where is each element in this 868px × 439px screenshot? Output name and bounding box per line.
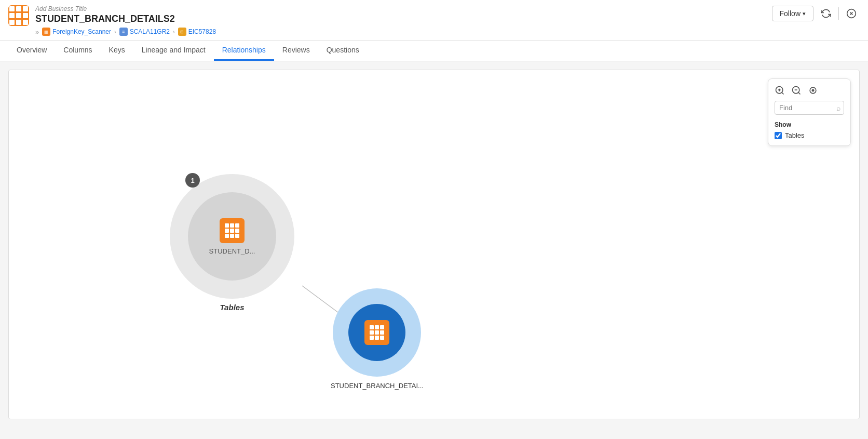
canvas-container[interactable]: 1 STUDENT_D... Tables [8, 70, 860, 419]
show-tables-item: Tables [775, 131, 844, 139]
entity-title: STUDENT_BRANCH_DETAILS2 [35, 14, 216, 24]
find-search-icon: ⌕ [836, 104, 840, 112]
breadcrumb-item-2[interactable]: ⊞ EIC57828 [178, 28, 216, 36]
tab-columns[interactable]: Columns [55, 41, 100, 61]
graph-area: 1 STUDENT_D... Tables [9, 70, 859, 419]
svg-line-9 [798, 92, 801, 95]
add-business-title-label[interactable]: Add Business Title [35, 5, 216, 12]
title-area: Add Business Title STUDENT_BRANCH_DETAIL… [35, 5, 216, 36]
breadcrumb-item-0[interactable]: ▦ ForeignKey_Scanner [42, 28, 111, 36]
cluster-outer[interactable]: 1 STUDENT_D... [170, 174, 294, 299]
cluster-node-label: STUDENT_D... [209, 247, 255, 255]
selected-node-icon [364, 320, 389, 345]
breadcrumb-item-1[interactable]: ≡ SCALA11GR2 [119, 28, 170, 36]
fit-button[interactable] [808, 85, 818, 96]
connector-svg [9, 70, 859, 419]
find-input-wrap: ⌕ [775, 101, 844, 115]
follow-button[interactable]: Follow ▾ [772, 6, 813, 21]
app-icon [8, 5, 29, 26]
tab-questions[interactable]: Questions [318, 41, 368, 61]
tables-checkbox-label: Tables [785, 131, 805, 139]
cluster-inner: STUDENT_D... [188, 192, 276, 281]
tables-label: Tables [220, 303, 245, 312]
selected-node-group: STUDENT_BRANCH_DETAI... [331, 288, 424, 390]
tab-keys[interactable]: Keys [101, 41, 133, 61]
breadcrumb-icon-2: ⊞ [178, 28, 186, 36]
refresh-button[interactable] [818, 5, 834, 22]
tab-relationships[interactable]: Relationships [214, 41, 274, 61]
main-content: 1 STUDENT_D... Tables [0, 61, 868, 428]
find-input[interactable] [775, 101, 844, 115]
cluster-node-group: 1 STUDENT_D... Tables [170, 174, 294, 312]
selected-node-label: STUDENT_BRANCH_DETAI... [331, 382, 424, 390]
blue-outer[interactable] [333, 288, 421, 377]
header-right: Follow ▾ [772, 5, 860, 22]
tab-overview[interactable]: Overview [8, 41, 55, 61]
zoom-controls [775, 85, 844, 96]
cluster-node-icon [220, 218, 245, 243]
breadcrumb-icon-0: ▦ [42, 28, 50, 36]
cluster-badge: 1 [185, 173, 200, 188]
svg-line-5 [782, 92, 784, 95]
tab-lineage[interactable]: Lineage and Impact [133, 41, 214, 61]
svg-point-12 [812, 89, 813, 91]
close-button[interactable] [843, 5, 860, 22]
zoom-in-button[interactable] [775, 85, 785, 96]
zoom-out-button[interactable] [791, 85, 802, 96]
tables-checkbox[interactable] [775, 132, 782, 139]
header: Add Business Title STUDENT_BRANCH_DETAIL… [0, 0, 868, 41]
nav-tabs: Overview Columns Keys Lineage and Impact… [0, 41, 868, 61]
show-label: Show [775, 121, 844, 128]
header-divider [838, 7, 839, 20]
control-panel: ⌕ Show Tables [768, 78, 851, 146]
tab-reviews[interactable]: Reviews [274, 41, 318, 61]
breadcrumb: » ▦ ForeignKey_Scanner › ≡ SCALA11GR2 › … [35, 28, 216, 36]
breadcrumb-icon-1: ≡ [119, 28, 128, 36]
blue-inner [348, 304, 405, 361]
